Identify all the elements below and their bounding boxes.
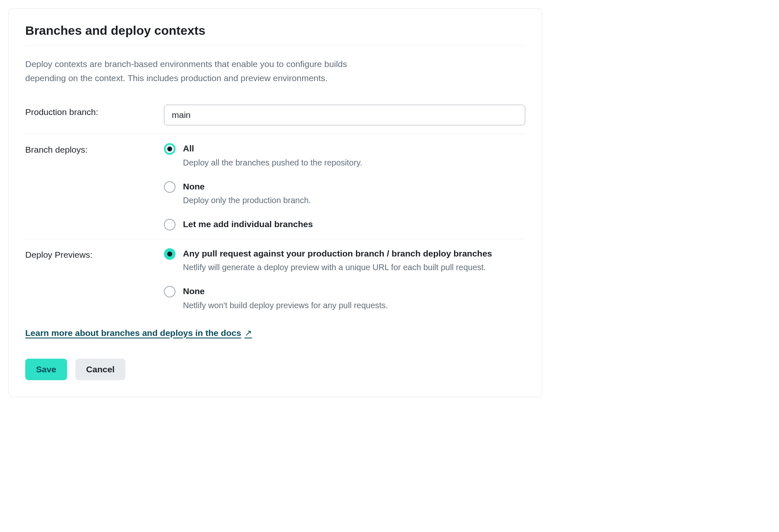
production-branch-row: Production branch:: [25, 99, 525, 134]
radio-title: Let me add individual branches: [183, 218, 525, 230]
learn-more-text: Learn more about branches and deploys in…: [25, 328, 241, 338]
branches-deploy-contexts-card: Branches and deploy contexts Deploy cont…: [8, 8, 542, 397]
button-row: Save Cancel: [25, 359, 525, 380]
deploy-previews-option-any[interactable]: Any pull request against your production…: [164, 247, 525, 273]
radio-selected-icon: [164, 143, 176, 155]
radio-desc: Deploy all the branches pushed to the re…: [183, 156, 525, 169]
radio-desc: Netlify will generate a deploy preview w…: [183, 261, 525, 273]
radio-unselected-icon: [164, 286, 176, 297]
production-branch-input[interactable]: [164, 105, 525, 125]
radio-title: None: [183, 285, 525, 297]
branch-deploys-option-individual[interactable]: Let me add individual branches: [164, 218, 525, 230]
radio-desc: Deploy only the production branch.: [183, 194, 525, 206]
cancel-button[interactable]: Cancel: [75, 359, 125, 380]
radio-unselected-icon: [164, 219, 176, 230]
docs-link-row: Learn more about branches and deploys in…: [25, 328, 525, 338]
radio-title: None: [183, 180, 525, 192]
radio-desc: Netlify won't build deploy previews for …: [183, 299, 525, 312]
production-branch-label: Production branch:: [25, 105, 164, 117]
external-link-icon: ↗: [245, 328, 252, 338]
branch-deploys-label: Branch deploys:: [25, 142, 164, 155]
card-description: Deploy contexts are branch-based environ…: [25, 57, 390, 85]
deploy-previews-row: Deploy Previews: Any pull request agains…: [25, 239, 525, 317]
radio-title: All: [183, 142, 525, 154]
radio-unselected-icon: [164, 181, 176, 193]
deploy-previews-option-none[interactable]: None Netlify won't build deploy previews…: [164, 285, 525, 311]
learn-more-link[interactable]: Learn more about branches and deploys in…: [25, 328, 252, 338]
radio-selected-icon: [164, 248, 176, 260]
branch-deploys-option-none[interactable]: None Deploy only the production branch.: [164, 180, 525, 206]
radio-title: Any pull request against your production…: [183, 247, 525, 259]
deploy-previews-label: Deploy Previews:: [25, 247, 164, 260]
card-title: Branches and deploy contexts: [25, 24, 525, 46]
save-button[interactable]: Save: [25, 359, 67, 380]
deploy-previews-radio-group: Any pull request against your production…: [164, 247, 525, 312]
branch-deploys-option-all[interactable]: All Deploy all the branches pushed to th…: [164, 142, 525, 168]
branch-deploys-row: Branch deploys: All Deploy all the branc…: [25, 134, 525, 239]
branch-deploys-radio-group: All Deploy all the branches pushed to th…: [164, 142, 525, 230]
